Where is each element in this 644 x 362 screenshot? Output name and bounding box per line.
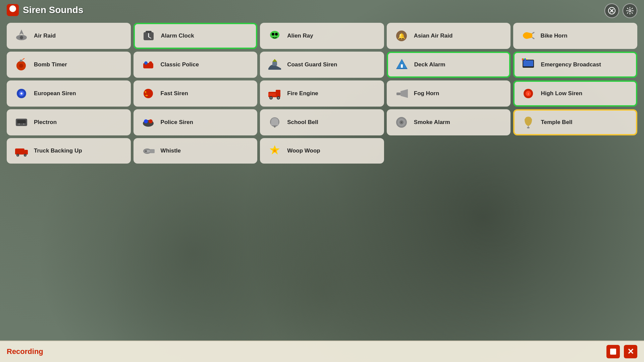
svg-rect-50 [268, 93, 276, 96]
svg-text:🔔: 🔔 [398, 33, 406, 40]
sound-btn-emergency-broadcast[interactable]: Emergency Broadcast [513, 52, 637, 78]
sound-icon-truck-backing-up [13, 142, 30, 159]
sound-label-whistle: Whistle [161, 147, 181, 154]
sound-btn-truck-backing-up[interactable]: Truck Backing Up [7, 138, 131, 164]
svg-rect-0 [7, 4, 19, 16]
sound-label-truck-backing-up: Truck Backing Up [34, 147, 82, 154]
svg-point-2 [11, 7, 14, 10]
app-title: Siren Sounds [23, 5, 83, 15]
sound-label-coast-guard-siren: Coast Guard Siren [287, 61, 337, 68]
sound-icon-bike-horn [520, 27, 536, 44]
svg-rect-37 [523, 58, 525, 60]
sound-label-woop-woop: Woop Woop [287, 147, 320, 154]
sound-btn-high-low-siren[interactable]: ↕High Low Siren [513, 80, 637, 107]
svg-rect-51 [396, 93, 400, 95]
sound-label-temple-bell: Temple Bell [541, 119, 572, 126]
sound-icon-school-bell [266, 114, 283, 131]
svg-text:↕: ↕ [528, 92, 529, 96]
sound-icon-fire-engine [266, 85, 283, 102]
sound-label-air-raid: Air Raid [34, 33, 56, 39]
close-button[interactable] [604, 3, 619, 18]
sound-label-deck-alarm: Deck Alarm [414, 61, 445, 68]
sound-icon-classic-police [140, 56, 157, 73]
svg-rect-79 [150, 149, 155, 153]
svg-marker-30 [272, 59, 277, 62]
svg-point-28 [149, 61, 152, 65]
svg-rect-71 [15, 148, 24, 155]
sound-label-european-siren: European Siren [34, 90, 76, 97]
sound-btn-deck-alarm[interactable]: Deck Alarm [387, 52, 511, 78]
app-logo [7, 4, 19, 16]
sound-icon-deck-alarm [393, 56, 410, 73]
sound-btn-asian-air-raid[interactable]: 🔔Asian Air Raid [387, 23, 511, 49]
sound-btn-fog-horn[interactable]: Fog Horn [387, 80, 511, 107]
svg-rect-24 [20, 60, 22, 62]
svg-point-42 [20, 93, 22, 95]
svg-point-64 [274, 126, 276, 128]
sound-btn-bomb-timer[interactable]: Bomb Timer [7, 52, 131, 78]
svg-point-7 [629, 10, 631, 12]
sound-btn-fast-siren[interactable]: Fast Siren [133, 80, 258, 107]
svg-point-43 [144, 89, 153, 98]
sound-icon-fast-siren [140, 85, 157, 102]
sound-label-asian-air-raid: Asian Air Raid [414, 33, 453, 39]
bottom-bar: Recording ✕ [0, 341, 644, 362]
sound-btn-air-raid[interactable]: Air Raid [7, 23, 131, 49]
svg-point-57 [18, 123, 20, 125]
sound-label-bike-horn: Bike Horn [540, 33, 567, 39]
sound-icon-high-low-siren: ↕ [520, 85, 537, 102]
sound-btn-european-siren[interactable]: European Siren [7, 80, 131, 107]
svg-rect-33 [401, 64, 403, 68]
sound-label-police-siren: Police Siren [161, 119, 193, 126]
sound-label-fast-siren: Fast Siren [161, 90, 188, 97]
sound-icon-european-siren [13, 85, 30, 102]
svg-point-15 [270, 31, 279, 39]
header: Siren Sounds [0, 0, 644, 20]
sound-icon-air-raid [13, 27, 30, 44]
sound-btn-coast-guard-siren[interactable]: Coast Guard Siren [260, 52, 384, 78]
sound-btn-bike-horn[interactable]: Bike Horn [513, 23, 637, 49]
sound-icon-whistle [140, 142, 157, 159]
sound-label-fog-horn: Fog Horn [414, 90, 439, 97]
sound-btn-classic-police[interactable]: Classic Police [133, 52, 258, 78]
sound-icon-alien-ray [266, 27, 283, 44]
svg-rect-56 [17, 120, 26, 123]
settings-button[interactable] [623, 3, 637, 18]
header-controls [604, 3, 637, 18]
sound-btn-alarm-clock[interactable]: Alarm Clock [133, 23, 258, 49]
sound-btn-smoke-alarm[interactable]: Smoke Alarm [387, 109, 511, 135]
sound-icon-fog-horn [393, 85, 410, 102]
svg-point-16 [272, 33, 274, 36]
svg-marker-9 [19, 29, 24, 35]
sound-icon-emergency-broadcast [520, 56, 537, 73]
stop-button[interactable] [606, 345, 620, 358]
sound-btn-police-siren[interactable]: Police Siren [133, 109, 258, 135]
sound-icon-woop-woop [266, 142, 283, 159]
close-recording-button[interactable]: ✕ [624, 345, 637, 358]
sound-btn-fire-engine[interactable]: Fire Engine [260, 80, 384, 107]
svg-rect-36 [522, 58, 523, 60]
svg-rect-29 [272, 62, 277, 66]
svg-rect-72 [24, 150, 28, 155]
sound-label-classic-police: Classic Police [161, 61, 199, 68]
svg-point-82 [273, 149, 276, 152]
sound-icon-coast-guard-siren [266, 56, 283, 73]
sound-btn-temple-bell[interactable]: Temple Bell [513, 109, 637, 135]
sound-btn-school-bell[interactable]: School Bell [260, 109, 384, 135]
svg-rect-35 [523, 60, 533, 66]
svg-rect-45 [276, 90, 280, 93]
sound-btn-whistle[interactable]: Whistle [133, 138, 258, 164]
sounds-grid: Air RaidAlarm ClockAlien Ray🔔Asian Air R… [0, 20, 644, 170]
svg-point-60 [144, 119, 148, 123]
svg-point-1 [10, 6, 16, 12]
sound-label-plectron: Plectron [34, 119, 57, 126]
svg-point-58 [23, 123, 24, 125]
sound-btn-plectron[interactable]: Plectron [7, 109, 131, 135]
sound-icon-temple-bell [520, 114, 537, 131]
svg-point-61 [149, 119, 153, 123]
svg-rect-38 [525, 58, 526, 60]
sound-btn-alien-ray[interactable]: Alien Ray [260, 23, 384, 49]
sound-label-fire-engine: Fire Engine [287, 90, 318, 97]
sound-btn-woop-woop[interactable]: Woop Woop [260, 138, 384, 164]
sound-icon-smoke-alarm [393, 114, 410, 131]
